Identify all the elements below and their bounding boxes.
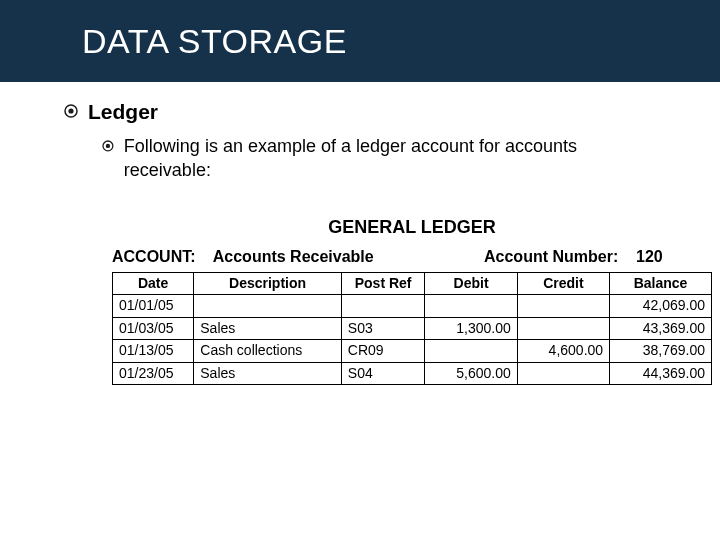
ledger-tbody: 01/01/0542,069.0001/03/05SalesS031,300.0… — [113, 295, 712, 385]
cell-credit — [517, 317, 609, 340]
cell-date: 01/01/05 — [113, 295, 194, 318]
ledger-title: GENERAL LEDGER — [112, 217, 712, 238]
cell-balance: 43,369.00 — [610, 317, 712, 340]
cell-description: Sales — [194, 317, 342, 340]
cell-credit — [517, 362, 609, 385]
ledger-account-line: ACCOUNT: Accounts Receivable Account Num… — [112, 248, 712, 266]
cell-post-ref — [341, 295, 425, 318]
bullet-main-row: Ledger — [64, 100, 720, 124]
cell-debit: 1,300.00 — [425, 317, 517, 340]
bullet-main-text: Ledger — [88, 100, 158, 124]
col-post-ref: Post Ref — [341, 272, 425, 295]
bullet-sub-text: Following is an example of a ledger acco… — [124, 134, 662, 183]
cell-debit — [425, 340, 517, 363]
bullet-sub-row: Following is an example of a ledger acco… — [102, 134, 662, 183]
content-area: Ledger Following is an example of a ledg… — [0, 82, 720, 385]
table-row: 01/03/05SalesS031,300.0043,369.00 — [113, 317, 712, 340]
cell-balance: 38,769.00 — [610, 340, 712, 363]
cell-date: 01/03/05 — [113, 317, 194, 340]
cell-description: Sales — [194, 362, 342, 385]
svg-point-1 — [68, 108, 73, 113]
account-number: 120 — [636, 248, 663, 265]
cell-balance: 44,369.00 — [610, 362, 712, 385]
cell-credit — [517, 295, 609, 318]
cell-date: 01/23/05 — [113, 362, 194, 385]
cell-post-ref: S04 — [341, 362, 425, 385]
svg-point-3 — [106, 144, 110, 148]
account-number-label: Account Number: — [484, 248, 618, 265]
col-balance: Balance — [610, 272, 712, 295]
cell-description: Cash collections — [194, 340, 342, 363]
table-row: 01/13/05Cash collectionsCR094,600.0038,7… — [113, 340, 712, 363]
col-credit: Credit — [517, 272, 609, 295]
slide-title: DATA STORAGE — [82, 22, 347, 61]
col-description: Description — [194, 272, 342, 295]
col-debit: Debit — [425, 272, 517, 295]
table-row: 01/01/0542,069.00 — [113, 295, 712, 318]
account-label: ACCOUNT: — [112, 248, 196, 265]
cell-date: 01/13/05 — [113, 340, 194, 363]
cell-debit — [425, 295, 517, 318]
cell-description — [194, 295, 342, 318]
table-row: 01/23/05SalesS045,600.0044,369.00 — [113, 362, 712, 385]
cell-post-ref: CR09 — [341, 340, 425, 363]
title-band: DATA STORAGE — [0, 0, 720, 82]
cell-debit: 5,600.00 — [425, 362, 517, 385]
table-header-row: Date Description Post Ref Debit Credit B… — [113, 272, 712, 295]
cell-post-ref: S03 — [341, 317, 425, 340]
bullet-icon — [64, 104, 78, 118]
col-date: Date — [113, 272, 194, 295]
cell-credit: 4,600.00 — [517, 340, 609, 363]
account-name: Accounts Receivable — [213, 248, 374, 265]
cell-balance: 42,069.00 — [610, 295, 712, 318]
ledger-table: Date Description Post Ref Debit Credit B… — [112, 272, 712, 386]
ledger-block: GENERAL LEDGER ACCOUNT: Accounts Receiva… — [112, 217, 712, 386]
bullet-icon — [102, 138, 114, 150]
